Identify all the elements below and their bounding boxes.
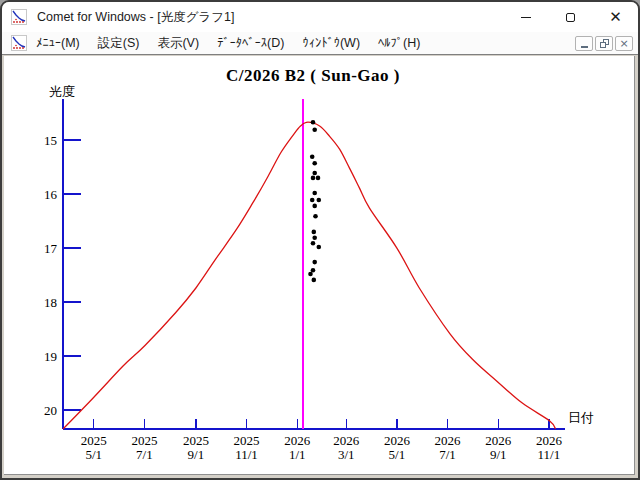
x-tick-label-date: 9/1 [490,447,507,462]
y-tick-label: 15 [44,133,57,148]
observation-point [311,120,316,125]
y-tick-label: 16 [44,187,58,202]
mdi-client-area: C/2026 B2 ( Sun-Gao )光度日付151617181920202… [4,56,636,478]
observation-point [312,171,317,176]
menu-item-menu[interactable]: ﾒﾆｭｰ(M) [27,33,89,53]
observation-point [308,272,313,277]
observation-point [316,176,321,181]
window-title: Comet for Windows - [光度グラフ1] [37,9,234,26]
observation-point [312,161,317,166]
x-tick-label-date: 3/1 [338,447,355,462]
x-tick-label-year: 2026 [333,433,360,448]
observation-point [312,204,317,209]
maximize-button[interactable] [548,2,593,32]
menu-item-view[interactable]: 表示(V) [148,32,208,55]
observation-point [312,260,317,265]
observation-point [312,236,317,241]
mdi-close-icon: × [619,38,628,49]
observation-point [312,191,317,196]
minimize-icon [521,17,531,18]
x-tick-label-year: 2026 [536,433,563,448]
observation-point [312,230,317,235]
menu-item-database[interactable]: ﾃﾞｰﾀﾍﾞｰｽ(D) [208,33,293,53]
observation-point [317,198,322,203]
menu-item-help[interactable]: ﾍﾙﾌﾟ(H) [369,33,429,53]
observation-point [311,176,316,181]
menu-item-window[interactable]: ｳｨﾝﾄﾞｳ(W) [293,33,369,53]
x-tick-label-date: 11/1 [538,447,561,462]
observation-point [310,155,315,160]
x-tick-label-date: 9/1 [188,447,205,462]
x-tick-label-date: 7/1 [136,447,153,462]
menubar: ﾒﾆｭｰ(M) 設定(S) 表示(V) ﾃﾞｰﾀﾍﾞｰｽ(D) ｳｨﾝﾄﾞｳ(W… [2,32,638,55]
x-tick-label-date: 5/1 [389,447,406,462]
chart-title: C/2026 B2 ( Sun-Gao ) [226,66,400,85]
observation-point [313,214,318,219]
mdi-restore-icon [600,39,609,48]
menu-item-settings[interactable]: 設定(S) [89,32,149,55]
mdi-restore-button[interactable] [595,36,613,51]
observation-point [312,278,317,283]
x-axis-label: 日付 [568,410,594,425]
mdi-minimize-icon [581,46,588,48]
observation-point [312,128,317,133]
x-tick-label-date: 1/1 [289,447,306,462]
x-tick-label-date: 7/1 [439,447,456,462]
light-curve-chart: C/2026 B2 ( Sun-Gao )光度日付151617181920202… [4,56,635,475]
x-tick-label-year: 2025 [234,433,260,448]
observation-point [311,241,316,246]
x-tick-label-year: 2025 [131,433,157,448]
mdi-window-buttons: × [575,36,633,51]
x-tick-label-year: 2026 [435,433,462,448]
mdi-system-icon[interactable] [11,35,27,51]
x-tick-label-year: 2026 [384,433,411,448]
y-tick-label: 20 [44,403,57,418]
mdi-close-button[interactable]: × [615,36,633,51]
titlebar: Comet for Windows - [光度グラフ1] ✕ [2,2,638,32]
x-tick-label-year: 2026 [485,433,512,448]
observation-point [317,245,322,250]
y-tick-label: 17 [44,241,58,256]
y-tick-label: 19 [44,349,57,364]
minimize-button[interactable] [503,2,548,32]
x-tick-label-date: 11/1 [235,447,258,462]
mdi-minimize-button[interactable] [575,36,593,51]
observation-point [311,268,316,273]
app-window: Comet for Windows - [光度グラフ1] ✕ ﾒﾆｭｰ(M) 設… [0,0,640,480]
x-tick-label-year: 2026 [284,433,311,448]
chart-svg: C/2026 B2 ( Sun-Gao )光度日付151617181920202… [4,56,635,475]
x-tick-label-year: 2025 [183,433,209,448]
y-axis-label: 光度 [49,84,75,99]
observation-point [310,198,315,203]
close-icon: ✕ [609,10,622,25]
x-tick-label-year: 2025 [81,433,107,448]
y-tick-label: 18 [44,295,57,310]
maximize-icon [566,13,575,22]
close-button[interactable]: ✕ [593,2,638,32]
x-tick-label-date: 5/1 [85,447,102,462]
app-icon [11,9,27,25]
